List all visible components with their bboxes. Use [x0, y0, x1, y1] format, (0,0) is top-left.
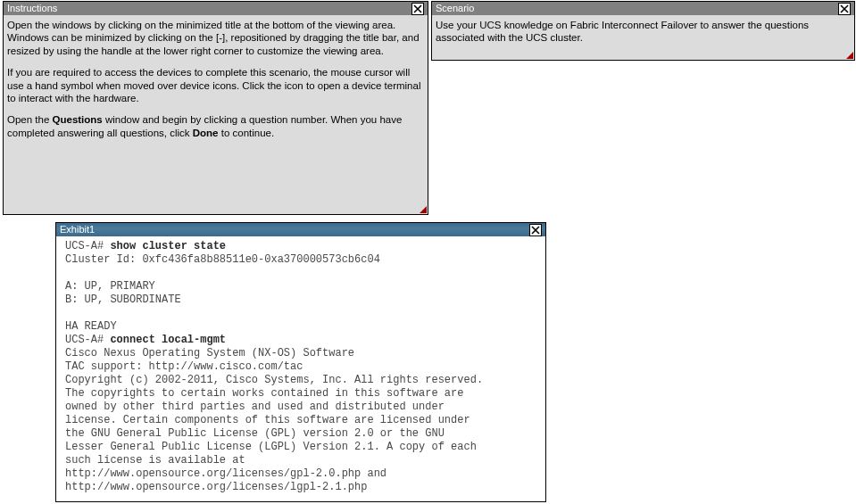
- exhibit-terminal[interactable]: UCS-A# show cluster state Cluster Id: 0x…: [56, 236, 545, 504]
- term-line: such license is available at: [65, 454, 245, 467]
- exhibit-title: Exhibit1: [60, 223, 95, 236]
- close-icon[interactable]: [411, 3, 424, 15]
- term-line: http://www.opensource.org/licenses/gpl-2…: [65, 467, 386, 480]
- term-cmd: connect local-mgmt: [110, 334, 226, 346]
- term-line: A: UP, PRIMARY: [65, 280, 155, 293]
- term-line: license. Certain components of this soft…: [65, 414, 470, 426]
- resize-handle-icon[interactable]: [420, 206, 427, 213]
- term-prompt: UCS-A#: [65, 240, 110, 252]
- scenario-title: Scenario: [436, 2, 474, 15]
- instructions-title: Instructions: [7, 2, 57, 15]
- term-line: the GNU General Public License (GPL) ver…: [65, 427, 445, 440]
- scenario-titlebar[interactable]: Scenario: [432, 2, 854, 15]
- term-line: owned by other third parties and used an…: [65, 401, 445, 413]
- scenario-text: Use your UCS knowledge on Fabric Interco…: [436, 19, 851, 45]
- instructions-p1: Open the windows by clicking on the mini…: [7, 19, 424, 57]
- instructions-p3-c: to continue.: [219, 128, 275, 138]
- instructions-p3: Open the Questions window and begin by c…: [7, 113, 424, 139]
- instructions-p3-bold1: Questions: [53, 114, 103, 125]
- scenario-window: Scenario Use your UCS knowledge on Fabri…: [431, 1, 855, 61]
- term-cmd: show cluster state: [110, 240, 226, 252]
- term-line: Cisco Nexus Operating System (NX-OS) Sof…: [65, 347, 354, 359]
- term-line: http://www.opensource.org/licenses/lgpl-…: [65, 481, 367, 493]
- term-line: Lesser General Public License (LGPL) Ver…: [65, 441, 477, 453]
- close-icon[interactable]: [529, 224, 542, 236]
- instructions-p3-bold2: Done: [193, 128, 219, 138]
- scenario-body: Use your UCS knowledge on Fabric Interco…: [432, 15, 854, 48]
- term-line: The copyrights to certain works containe…: [65, 387, 463, 400]
- instructions-window: Instructions Open the windows by clickin…: [3, 1, 428, 215]
- term-line: Cluster Id: 0xfc436fa8b88511e0-0xa370000…: [65, 253, 380, 266]
- term-line: Copyright (c) 2002-2011, Cisco Systems, …: [65, 374, 483, 386]
- term-prompt: UCS-A#: [65, 334, 110, 346]
- instructions-titlebar[interactable]: Instructions: [4, 2, 428, 15]
- resize-handle-icon[interactable]: [846, 52, 853, 59]
- term-line: B: UP, SUBORDINATE: [65, 293, 181, 306]
- instructions-body: Open the windows by clicking on the mini…: [4, 15, 428, 143]
- exhibit-titlebar[interactable]: Exhibit1: [56, 223, 545, 236]
- term-line: TAC support: http://www.cisco.com/tac: [65, 360, 303, 373]
- instructions-p2: If you are required to access the device…: [7, 66, 424, 104]
- instructions-p3-a: Open the: [7, 114, 53, 125]
- exhibit-window: Exhibit1 UCS-A# show cluster state Clust…: [55, 222, 546, 502]
- close-icon[interactable]: [838, 3, 851, 15]
- term-line: HA READY: [65, 320, 117, 333]
